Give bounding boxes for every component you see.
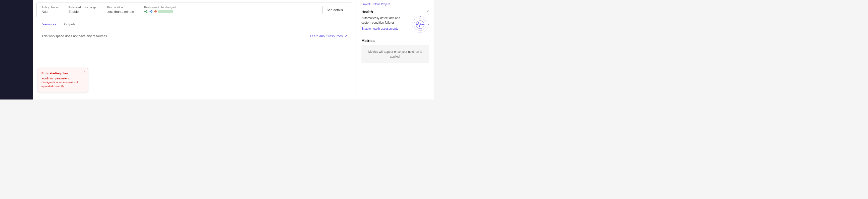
resource-bar-visual: [158, 10, 173, 13]
resource-change-count: ~0: [149, 10, 152, 13]
metrics-title: Metrics: [362, 38, 429, 43]
tabs: Resources Outputs: [36, 20, 352, 29]
right-sidebar: Project: Default Project Health × Automa…: [356, 0, 434, 100]
metrics-placeholder: Metrics will appear once your next run i…: [362, 45, 429, 63]
tab-outputs[interactable]: Outputs: [60, 20, 80, 29]
health-title: Health: [362, 9, 373, 14]
estimated-cost-value: Enable: [68, 10, 96, 13]
svg-point-5: [414, 19, 415, 20]
resources-content: This workspace does not have any resourc…: [36, 29, 352, 43]
plan-duration-label: Plan duration: [106, 6, 134, 9]
plan-duration-col: Plan duration Less than a minute: [106, 6, 134, 13]
resources-changed-col: Resources to be changed +1 ~0 -0: [144, 6, 176, 13]
resources-bar: +1 ~0 -0: [144, 10, 176, 13]
see-details-button[interactable]: See details: [322, 6, 347, 14]
error-toast-message: Invalid run parameters: Configuration ve…: [41, 77, 80, 88]
external-link-icon: ↗: [345, 34, 347, 38]
plan-duration-value: Less than a minute: [106, 10, 134, 13]
no-resources-text: This workspace does not have any resourc…: [41, 34, 108, 38]
health-description: Automatically detect drift and custom co…: [362, 16, 409, 25]
metrics-section: Metrics Metrics will appear once your ne…: [362, 38, 429, 63]
error-toast-title: Error starting plan: [41, 72, 80, 75]
policy-checks-col: Policy checks Add: [42, 6, 59, 13]
policy-checks-label: Policy checks: [42, 6, 59, 9]
health-text-area: Automatically detect drift and custom co…: [362, 16, 409, 30]
health-close-button[interactable]: ×: [427, 9, 429, 14]
health-pulse-icon: [411, 16, 429, 33]
tabs-section: Resources Outputs: [36, 20, 352, 29]
plan-info-bar: Policy checks Add Estimated cost change …: [36, 2, 352, 17]
svg-point-3: [420, 16, 421, 17]
metrics-placeholder-text: Metrics will appear once your next run i…: [368, 50, 422, 58]
resources-changed-label: Resources to be changed: [144, 6, 176, 9]
project-link[interactable]: Project: Default Project: [362, 2, 429, 5]
health-section: Health × Automatically detect drift and …: [362, 9, 429, 33]
error-toast-close-button[interactable]: ×: [84, 70, 86, 74]
resource-destroy-count: -0: [154, 10, 157, 13]
tab-resources[interactable]: Resources: [36, 20, 60, 29]
resource-add-count: +1: [144, 10, 148, 13]
health-icon-container: [411, 16, 429, 33]
learn-about-resources-link[interactable]: Learn about resources. ↗: [310, 34, 347, 38]
estimated-cost-label: Estimated cost change: [68, 6, 96, 9]
svg-point-4: [428, 24, 429, 25]
enable-health-link[interactable]: Enable health assessments →: [362, 27, 409, 30]
estimated-cost-col: Estimated cost change Enable: [68, 6, 96, 13]
health-header: Health ×: [362, 9, 429, 14]
arrow-right-icon: →: [399, 27, 402, 30]
main-content: Policy checks Add Estimated cost change …: [33, 0, 356, 100]
left-nav-panel: [0, 0, 33, 100]
error-toast: × Error starting plan Invalid run parame…: [38, 68, 88, 92]
health-body: Automatically detect drift and custom co…: [362, 16, 429, 33]
policy-checks-value: Add: [42, 10, 59, 13]
